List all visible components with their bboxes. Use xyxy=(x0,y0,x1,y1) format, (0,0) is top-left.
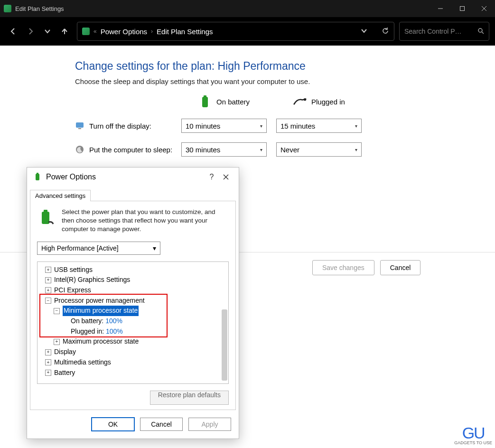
tab-advanced-settings[interactable]: Advanced settings xyxy=(30,190,91,201)
chevron-down-icon: ▾ xyxy=(260,147,262,152)
sleep-icon xyxy=(75,145,84,154)
maximize-button[interactable] xyxy=(451,0,473,17)
chevron-left-icon: « xyxy=(93,28,97,35)
address-dropdown-icon[interactable] xyxy=(361,28,367,36)
breadcrumb-seg[interactable]: Edit Plan Settings xyxy=(157,28,213,36)
display-icon xyxy=(75,121,84,131)
apply-button[interactable]: Apply xyxy=(188,418,231,431)
up-button[interactable] xyxy=(57,22,72,41)
refresh-button[interactable] xyxy=(382,27,389,36)
tree-item-pci-express[interactable]: +PCI Express xyxy=(39,285,226,296)
collapse-icon[interactable]: − xyxy=(54,308,60,314)
row-sleep-label: Put the computer to sleep: xyxy=(89,146,172,154)
expand-icon[interactable]: + xyxy=(45,359,51,365)
dialog-close-button[interactable] xyxy=(219,170,233,184)
save-changes-button[interactable]: Save changes xyxy=(312,260,374,275)
settings-tree[interactable]: +USB settings +Intel(R) Graphics Setting… xyxy=(37,261,229,384)
search-input[interactable]: Search Control P… xyxy=(399,22,489,41)
chevron-right-icon: › xyxy=(151,28,153,35)
tree-item-usb[interactable]: +USB settings xyxy=(39,265,226,275)
tree-item-min-processor-state[interactable]: −Minimum processor state xyxy=(39,306,226,316)
tree-item-processor-power[interactable]: −Processor power management xyxy=(39,296,226,306)
breadcrumb-seg[interactable]: Power Options xyxy=(101,28,147,36)
chevron-down-icon: ▾ xyxy=(260,123,262,129)
col-battery-label: On battery xyxy=(216,98,250,106)
battery-icon xyxy=(198,95,212,108)
dialog-instructions: Select the power plan that you want to c… xyxy=(62,208,229,234)
svg-line-2 xyxy=(482,6,486,11)
svg-line-5 xyxy=(482,32,484,34)
chevron-down-icon: ▾ xyxy=(355,147,357,152)
chevron-down-icon: ▾ xyxy=(355,123,357,129)
row-display-label: Turn off the display: xyxy=(89,122,151,130)
page-subtitle: Choose the sleep and display settings th… xyxy=(75,77,495,85)
back-button[interactable] xyxy=(6,22,21,41)
svg-rect-9 xyxy=(76,122,84,128)
svg-point-4 xyxy=(478,28,482,32)
sleep-battery-dropdown[interactable]: 30 minutes▾ xyxy=(181,142,267,157)
window-title: Edit Plan Settings xyxy=(15,5,430,12)
svg-point-8 xyxy=(304,98,306,101)
expand-icon[interactable]: + xyxy=(54,339,60,345)
power-icon xyxy=(33,172,42,182)
address-bar[interactable]: « Power Options › Edit Plan Settings xyxy=(77,22,394,41)
search-icon xyxy=(477,28,484,36)
tree-value-plugged-in[interactable]: Plugged in: 100% xyxy=(39,327,226,337)
restore-defaults-button[interactable]: Restore plan defaults xyxy=(150,391,229,405)
dialog-cancel-button[interactable]: Cancel xyxy=(140,418,183,431)
tree-item-max-processor-state[interactable]: +Maximum processor state xyxy=(39,336,226,347)
svg-rect-16 xyxy=(42,212,49,224)
close-button[interactable] xyxy=(473,0,495,17)
svg-point-11 xyxy=(76,146,84,153)
expand-icon[interactable]: + xyxy=(45,267,51,273)
ok-button[interactable]: OK xyxy=(92,418,134,431)
expand-icon[interactable]: + xyxy=(45,370,51,376)
svg-rect-10 xyxy=(78,128,81,129)
minimize-button[interactable] xyxy=(430,0,451,17)
dialog-title: Power Options xyxy=(46,173,96,181)
svg-rect-12 xyxy=(36,174,39,180)
expand-icon[interactable]: + xyxy=(45,349,51,355)
svg-line-15 xyxy=(224,175,228,179)
expand-icon[interactable]: + xyxy=(45,277,51,283)
control-panel-icon xyxy=(82,28,90,35)
svg-rect-17 xyxy=(44,210,47,212)
chevron-down-icon: ▾ xyxy=(153,244,156,252)
cancel-button[interactable]: Cancel xyxy=(380,260,421,275)
plug-icon xyxy=(293,95,307,108)
page-title: Change settings for the plan: High Perfo… xyxy=(75,60,495,73)
display-battery-dropdown[interactable]: 10 minutes▾ xyxy=(181,119,267,133)
dialog-help-button[interactable]: ? xyxy=(205,170,219,184)
expand-icon[interactable]: + xyxy=(45,287,51,293)
tree-item-battery[interactable]: +Battery xyxy=(39,368,226,378)
tree-item-multimedia[interactable]: +Multimedia settings xyxy=(39,357,226,368)
power-options-dialog: Power Options ? Advanced settings Select… xyxy=(27,167,239,439)
watermark: GU GADGETS TO USE xyxy=(454,426,492,445)
forward-button[interactable] xyxy=(23,22,38,41)
svg-rect-13 xyxy=(37,173,38,174)
svg-rect-6 xyxy=(202,97,208,107)
tree-value-on-battery[interactable]: On battery: 100% xyxy=(39,316,226,327)
svg-rect-1 xyxy=(460,7,465,11)
display-plugged-dropdown[interactable]: 15 minutes▾ xyxy=(276,119,362,133)
app-icon xyxy=(4,5,11,12)
svg-line-3 xyxy=(482,6,486,11)
tree-item-display[interactable]: +Display xyxy=(39,347,226,357)
svg-rect-7 xyxy=(204,95,206,97)
plan-select-dropdown[interactable]: High Performance [Active] ▾ xyxy=(37,242,160,255)
svg-line-14 xyxy=(224,175,228,179)
power-plan-icon xyxy=(37,208,56,227)
scrollbar[interactable] xyxy=(222,309,227,381)
tree-item-intel-graphics[interactable]: +Intel(R) Graphics Settings xyxy=(39,275,226,285)
recent-dropdown[interactable] xyxy=(40,22,55,41)
col-plugged-label: Plugged in xyxy=(311,98,345,106)
search-placeholder: Search Control P… xyxy=(404,28,474,35)
collapse-icon[interactable]: − xyxy=(45,298,51,304)
sleep-plugged-dropdown[interactable]: Never▾ xyxy=(276,142,362,157)
